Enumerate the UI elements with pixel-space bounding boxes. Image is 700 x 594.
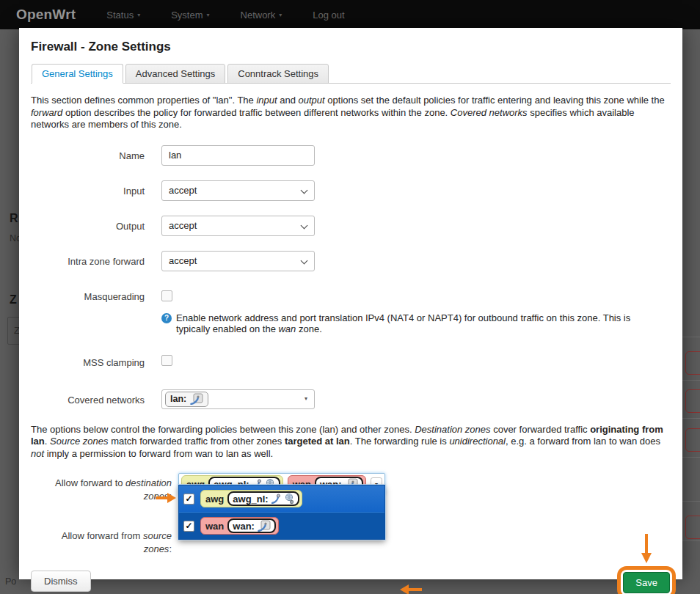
checkbox-checked-icon[interactable]: ✓ bbox=[183, 494, 194, 505]
masquerading-label: Masquerading bbox=[31, 286, 161, 335]
dialog-footer: Dismiss Save bbox=[31, 566, 671, 594]
nav-system[interactable]: System ▾ bbox=[171, 10, 209, 21]
background-table-divider bbox=[679, 457, 700, 458]
nav-status[interactable]: Status ▾ bbox=[106, 10, 140, 21]
save-button[interactable]: Save bbox=[623, 572, 670, 593]
input-policy-value: accept bbox=[169, 185, 197, 196]
name-label: Name bbox=[31, 145, 161, 166]
ethernet-port-icon bbox=[190, 393, 203, 405]
background-table-divider bbox=[679, 380, 700, 381]
tunnel-interface-icon bbox=[271, 494, 282, 504]
form-row-covered-networks: Covered networks lan: ▾ bbox=[31, 389, 671, 409]
masquerading-help: ? Enable network address and port transl… bbox=[161, 312, 635, 335]
annotation-highlight-ring: Save bbox=[617, 566, 676, 594]
output-policy-value: accept bbox=[169, 220, 197, 231]
nav-network[interactable]: Network ▾ bbox=[241, 10, 282, 21]
background-delete-button-fragment bbox=[685, 351, 700, 375]
background-delete-button-fragment bbox=[685, 516, 700, 539]
intra-forward-policy-select[interactable]: accept bbox=[161, 251, 315, 271]
forward-source-label: Allow forward from source zones: bbox=[31, 526, 178, 556]
annotation-arrow-left bbox=[400, 584, 422, 594]
masquerading-checkbox[interactable] bbox=[161, 290, 172, 301]
zone-dropdown-list: ✓ awg awg_nl: bbox=[178, 485, 385, 540]
form-row-output: Output accept bbox=[31, 216, 671, 236]
help-icon: ? bbox=[161, 313, 172, 323]
tab-bar: General Settings Advanced Settings Connt… bbox=[31, 64, 671, 84]
option-wan-label: wan bbox=[205, 521, 224, 532]
option-wan-network: wan: bbox=[233, 521, 255, 532]
globe-icon bbox=[285, 494, 294, 504]
section-description: This section defines common properties o… bbox=[31, 95, 671, 131]
network-token-lan[interactable]: lan: bbox=[165, 392, 208, 407]
tab-advanced-settings[interactable]: Advanced Settings bbox=[125, 64, 225, 84]
zone-name-input[interactable] bbox=[161, 145, 315, 166]
chevron-down-icon: ▾ bbox=[279, 12, 282, 18]
input-label: Input bbox=[31, 180, 161, 201]
checkmark-icon: ✓ bbox=[185, 494, 192, 503]
dropdown-option-wan[interactable]: ✓ wan wan: bbox=[179, 512, 384, 539]
nav-logout[interactable]: Log out bbox=[313, 10, 344, 21]
form-row-input: Input accept bbox=[31, 180, 671, 201]
screen: OpenWrt Status ▾ System ▾ Network ▾ Log … bbox=[0, 0, 700, 594]
chevron-down-icon bbox=[301, 221, 308, 229]
background-heading-fragment: R bbox=[10, 212, 18, 225]
network-token-lan-label: lan: bbox=[170, 394, 186, 404]
nav-system-label: System bbox=[171, 10, 203, 21]
form-row-name: Name bbox=[31, 145, 671, 166]
annotation-arrow-right bbox=[156, 493, 176, 503]
form-row-masquerading: Masquerading ? Enable network address an… bbox=[31, 286, 671, 335]
background-table-divider bbox=[679, 501, 700, 502]
checkmark-icon: ✓ bbox=[185, 521, 192, 530]
masquerading-help-text: Enable network address and port translat… bbox=[176, 312, 635, 335]
chevron-down-icon bbox=[301, 257, 308, 264]
dialog-title: Firewall - Zone Settings bbox=[31, 40, 671, 54]
dismiss-button[interactable]: Dismiss bbox=[31, 571, 91, 592]
covered-networks-label: Covered networks bbox=[31, 389, 161, 409]
checkbox-checked-icon[interactable]: ✓ bbox=[183, 521, 194, 532]
mss-clamping-checkbox[interactable] bbox=[161, 355, 172, 366]
chevron-down-icon: ▾ bbox=[207, 12, 210, 18]
annotation-arrow-down bbox=[641, 534, 652, 565]
background-table-divider bbox=[679, 540, 700, 541]
ethernet-port-icon bbox=[258, 520, 271, 532]
tab-conntrack-settings[interactable]: Conntrack Settings bbox=[227, 64, 329, 84]
nav-logout-label: Log out bbox=[313, 10, 344, 21]
form-row-mss-clamping: MSS clamping bbox=[31, 355, 671, 370]
mss-clamping-label: MSS clamping bbox=[31, 355, 161, 370]
nav-status-label: Status bbox=[106, 10, 134, 21]
zone-settings-dialog: Firewall - Zone Settings General Setting… bbox=[19, 28, 682, 579]
forwarding-description: The options below control the forwarding… bbox=[31, 424, 671, 461]
option-zone-token-wan: wan wan: bbox=[200, 517, 279, 535]
background-table-divider bbox=[679, 337, 700, 337]
output-policy-select[interactable]: accept bbox=[161, 216, 315, 236]
background-delete-button-fragment bbox=[685, 389, 700, 413]
nav-network-label: Network bbox=[241, 10, 276, 21]
option-awg-network: awg_nl: bbox=[233, 494, 268, 505]
chevron-down-icon bbox=[301, 186, 308, 194]
input-policy-select[interactable]: accept bbox=[161, 180, 315, 201]
intra-zone-forward-label: Intra zone forward bbox=[31, 251, 161, 271]
background-text-fragment: Po bbox=[5, 576, 16, 587]
background-heading-fragment: Z bbox=[10, 293, 17, 307]
background-delete-button-fragment bbox=[685, 428, 700, 452]
form-row-intra-forward: Intra zone forward accept bbox=[31, 251, 671, 271]
background-table-divider bbox=[679, 418, 700, 419]
chevron-down-icon: ▾ bbox=[305, 395, 307, 402]
dropdown-option-awg[interactable]: ✓ awg awg_nl: bbox=[179, 485, 384, 512]
save-button-annotated: Save bbox=[617, 566, 676, 594]
intra-forward-policy-value: accept bbox=[169, 255, 197, 266]
option-zone-token-awg: awg awg_nl: bbox=[200, 490, 302, 507]
brand-logo[interactable]: OpenWrt bbox=[16, 7, 76, 23]
chevron-down-icon: ▾ bbox=[137, 12, 140, 18]
tab-general-settings[interactable]: General Settings bbox=[32, 64, 123, 84]
top-navbar: OpenWrt Status ▾ System ▾ Network ▾ Log … bbox=[0, 0, 700, 29]
covered-networks-dropdown[interactable]: lan: ▾ bbox=[161, 389, 315, 409]
option-awg-label: awg bbox=[205, 494, 224, 505]
output-label: Output bbox=[31, 216, 161, 236]
